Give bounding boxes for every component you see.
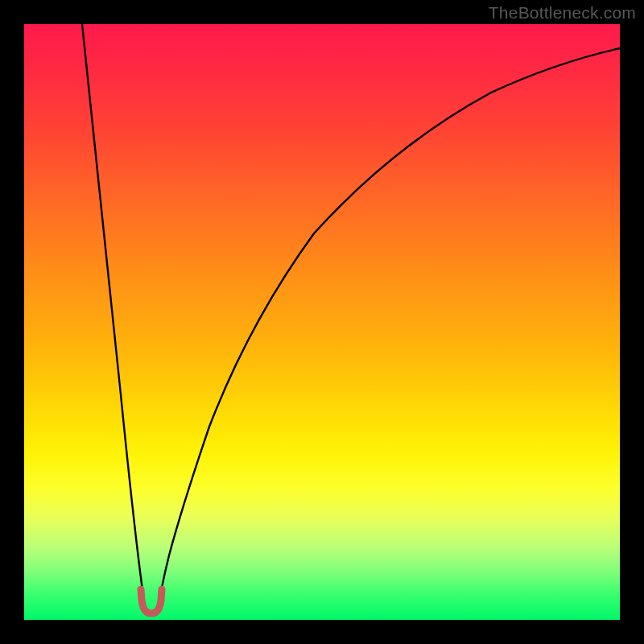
trough-u-marker [141, 589, 162, 613]
plot-area [24, 24, 620, 620]
curve-left [82, 24, 145, 612]
curve-right [158, 48, 620, 612]
watermark-text: TheBottleneck.com [489, 3, 636, 23]
outer-frame: TheBottleneck.com [0, 0, 644, 644]
curve-layer [24, 24, 620, 620]
